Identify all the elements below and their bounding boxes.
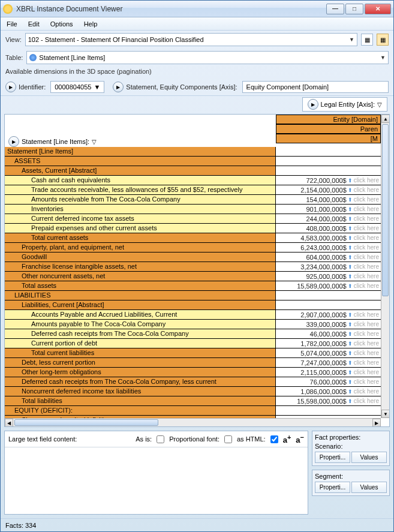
table-select[interactable]: Statement [Line Items] ▼ <box>26 51 389 64</box>
scenario-values-button[interactable]: Values <box>351 452 387 463</box>
column-header-m[interactable]: [M <box>276 134 381 143</box>
row-value[interactable]: 46,000,000$⬆click here <box>276 329 381 338</box>
drill-up-icon[interactable]: ⬆ <box>348 245 353 251</box>
row-value[interactable] <box>276 147 381 156</box>
row-value[interactable]: 2,154,000,000$⬆click here <box>276 185 381 194</box>
table-row[interactable]: Trade accounts receivable, less allowanc… <box>5 185 381 195</box>
drill-up-icon[interactable]: ⬆ <box>348 226 353 232</box>
identifier-select[interactable]: 0000804055 ▼ <box>50 81 104 93</box>
row-value[interactable]: 15,598,000,000$⬆click here <box>276 396 381 405</box>
drill-up-icon[interactable]: ⬆ <box>348 273 353 279</box>
row-value[interactable]: 4,583,000,000$⬆click here <box>276 233 381 242</box>
close-button[interactable] <box>365 4 391 14</box>
scroll-up-button[interactable]: ▲ <box>381 115 390 123</box>
scroll-left-button[interactable]: ◀ <box>5 419 13 427</box>
data-table[interactable]: Statement [Line Items]ASSETSAssets, Curr… <box>5 147 381 418</box>
segment-properties-button[interactable]: Properti... <box>315 482 350 493</box>
table-row[interactable]: Current portion of debt1,782,000,000$⬆cl… <box>5 339 381 348</box>
maximize-button[interactable] <box>345 4 363 14</box>
drill-up-icon[interactable]: ⬆ <box>348 197 353 203</box>
drill-up-icon[interactable]: ⬆ <box>348 187 353 193</box>
table-row[interactable]: Inventories901,000,000$⬆click here <box>5 205 381 214</box>
row-value[interactable]: 901,000,000$⬆click here <box>276 205 381 214</box>
table-row[interactable]: ASSETS <box>5 157 381 166</box>
row-value[interactable] <box>276 166 381 175</box>
legal-entity-axis-box[interactable]: Legal Entity [Axis]: <box>302 97 388 112</box>
menu-file[interactable]: File <box>7 20 17 28</box>
minimize-button[interactable] <box>326 4 344 14</box>
drill-up-icon[interactable]: ⬆ <box>348 379 353 385</box>
row-value[interactable]: 604,000,000$⬆click here <box>276 253 381 262</box>
row-value[interactable]: 925,000,000$⬆click here <box>276 272 381 281</box>
propfont-checkbox[interactable] <box>224 435 232 443</box>
table-row[interactable]: Debt, less current portion7,247,000,000$… <box>5 358 381 368</box>
textfield-body[interactable] <box>5 447 308 514</box>
drill-up-icon[interactable]: ⬆ <box>348 235 353 241</box>
drill-up-icon[interactable]: ⬆ <box>348 360 353 366</box>
row-value[interactable] <box>276 300 381 309</box>
drill-up-icon[interactable]: ⬆ <box>348 216 353 222</box>
table-row[interactable]: Other noncurrent assets, net925,000,000$… <box>5 272 381 281</box>
ashtml-checkbox[interactable] <box>270 435 278 443</box>
table-row[interactable]: Current deferred income tax assets244,00… <box>5 214 381 224</box>
scroll-thumb[interactable] <box>382 124 389 296</box>
row-value[interactable]: 5,074,000,000$⬆click here <box>276 348 381 357</box>
table-row[interactable]: Deferred cash receipts from The Coca-Col… <box>5 329 381 339</box>
row-value[interactable]: 722,000,000$⬆click here <box>276 176 381 185</box>
scroll-down-button[interactable]: ▼ <box>381 410 390 418</box>
grid-icon-button[interactable]: ▦ <box>361 34 373 46</box>
drill-up-icon[interactable]: ⬆ <box>348 331 353 337</box>
table-row[interactable]: Noncurrent deferred income tax liabiliti… <box>5 387 381 396</box>
vertical-scrollbar[interactable]: ▲ ▼ <box>381 115 389 418</box>
drill-up-icon[interactable]: ⬆ <box>348 178 353 184</box>
row-value[interactable]: 1,782,000,000$⬆click here <box>276 339 381 348</box>
drill-up-icon[interactable]: ⬆ <box>348 341 353 347</box>
zoom-out-button[interactable]: a− <box>296 434 304 444</box>
row-value[interactable] <box>276 406 381 415</box>
drill-up-icon[interactable]: ⬆ <box>348 254 353 260</box>
row-value[interactable]: 154,000,000$⬆click here <box>276 195 381 204</box>
drill-up-icon[interactable]: ⬆ <box>348 312 353 318</box>
grid-alt-icon-button[interactable]: ▦ <box>377 34 389 46</box>
scroll-thumb[interactable] <box>14 419 158 426</box>
drill-up-icon[interactable]: ⬆ <box>348 283 353 289</box>
row-value[interactable] <box>276 291 381 300</box>
row-value[interactable]: 76,000,000$⬆click here <box>276 377 381 386</box>
scroll-right-button[interactable]: ▶ <box>372 419 381 427</box>
row-value[interactable]: 15,589,000,000$⬆click here <box>276 281 381 290</box>
drill-up-icon[interactable]: ⬆ <box>348 206 353 212</box>
row-value[interactable]: 2,115,000,000$⬆click here <box>276 368 381 377</box>
scenario-properties-button[interactable]: Properti... <box>315 452 350 463</box>
view-select[interactable]: 102 - Statement - Statement Of Financial… <box>25 33 357 46</box>
row-value[interactable]: 3,234,000,000$⬆click here <box>276 262 381 271</box>
row-value[interactable] <box>276 157 381 166</box>
drill-up-icon[interactable]: ⬆ <box>348 350 353 356</box>
row-value[interactable]: 244,000,000$⬆click here <box>276 214 381 223</box>
drill-up-icon[interactable]: ⬆ <box>348 389 353 395</box>
drill-up-icon[interactable]: ⬆ <box>348 321 353 327</box>
table-row[interactable]: Accounts Payable and Accrued Liabilities… <box>5 310 381 320</box>
table-row[interactable]: Prepaid expenses and other current asset… <box>5 224 381 233</box>
table-row[interactable]: EQUITY (DEFICIT): <box>5 406 381 416</box>
rowheader-play-button[interactable] <box>8 136 19 147</box>
table-row[interactable]: LIABILITIES <box>5 291 381 300</box>
table-row[interactable]: Goodwill604,000,000$⬆click here <box>5 253 381 262</box>
row-value[interactable]: 1,086,000,000$⬆click here <box>276 387 381 396</box>
zoom-in-button[interactable]: a+ <box>283 434 291 444</box>
drill-up-icon[interactable]: ⬆ <box>348 398 353 404</box>
table-row[interactable]: Assets, Current [Abstract] <box>5 166 381 176</box>
segment-values-button[interactable]: Values <box>351 482 387 493</box>
row-value[interactable]: 408,000,000$⬆click here <box>276 224 381 233</box>
horizontal-scrollbar[interactable]: ◀ ▶ <box>5 418 381 426</box>
table-row[interactable]: Other long-term obligations2,115,000,000… <box>5 368 381 377</box>
drill-up-icon[interactable]: ⬆ <box>348 369 353 375</box>
table-row[interactable]: Liabilities, Current [Abstract] <box>5 300 381 310</box>
column-header-paren[interactable]: Paren <box>276 124 381 134</box>
table-row[interactable]: Total liabilities15,598,000,000$⬆click h… <box>5 396 381 406</box>
column-header-entity[interactable]: Entity [Domain] <box>276 115 381 124</box>
table-row[interactable]: Total assets15,589,000,000$⬆click here <box>5 281 381 291</box>
menu-edit[interactable]: Edit <box>28 20 40 28</box>
legal-entity-play-button[interactable] <box>308 99 318 110</box>
table-row[interactable]: Amounts receivable from The Coca-Cola Co… <box>5 195 381 205</box>
drill-up-icon[interactable]: ⬆ <box>348 264 353 270</box>
